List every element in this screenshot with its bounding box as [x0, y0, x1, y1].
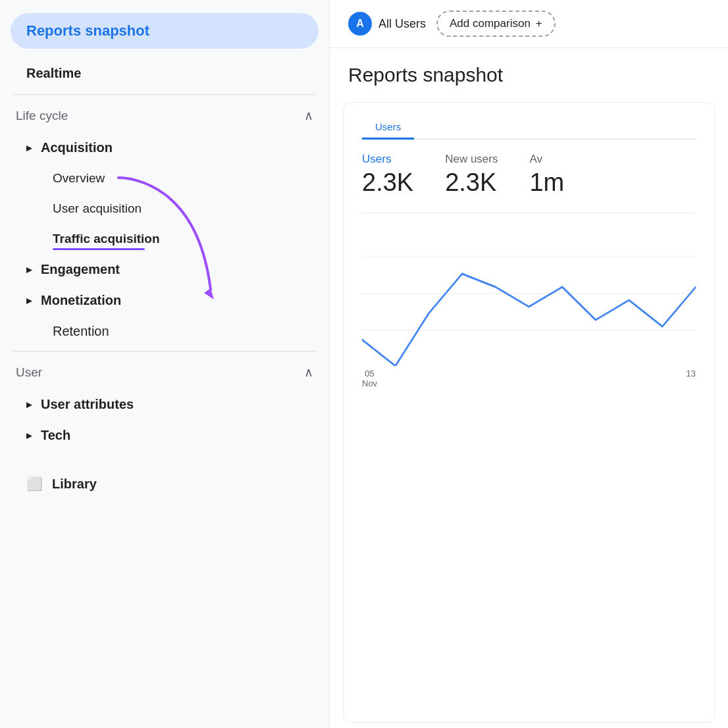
expand-arrow-icon: ▸ — [26, 142, 32, 154]
sidebar-item-engagement[interactable]: ▸ Engagement — [0, 254, 329, 285]
chart-divider — [362, 213, 696, 213]
sidebar-item-library[interactable]: ⬜ Library — [0, 467, 329, 501]
sidebar-subitem-traffic-acquisition[interactable]: Traffic acquisition — [0, 224, 329, 254]
sidebar-subitem-overview[interactable]: Overview — [0, 163, 329, 194]
all-users-label: All Users — [378, 17, 426, 31]
sidebar-item-monetization[interactable]: ▸ Monetization — [0, 285, 329, 316]
metric-new-users: New users 2.3K — [445, 153, 498, 197]
chart-area — [362, 221, 696, 366]
sidebar-item-realtime[interactable]: Realtime — [0, 57, 329, 90]
all-users-badge: A All Users — [348, 12, 426, 36]
x-label-nov05: 05 Nov — [362, 369, 377, 388]
sidebar-section-user[interactable]: User ∧ — [0, 355, 329, 389]
divider-1 — [13, 94, 316, 95]
metric-new-users-value: 2.3K — [445, 169, 498, 197]
chevron-up-icon: ∧ — [304, 108, 313, 123]
metric-new-users-label: New users — [445, 153, 498, 166]
chart-metrics: Users 2.3K New users 2.3K Av 1m — [362, 153, 696, 197]
expand-arrow-icon-tech: ▸ — [26, 429, 32, 442]
main-content: A All Users Add comparison + Reports sna… — [329, 0, 728, 728]
chart-x-labels: 05 Nov 13 — [362, 366, 696, 391]
avatar: A — [348, 12, 372, 36]
chart-tab-bar: Users — [362, 116, 696, 140]
sidebar-subitem-user-acquisition[interactable]: User acquisition — [0, 194, 329, 224]
metric-avg-value: 1m — [529, 169, 564, 197]
sidebar-item-acquisition[interactable]: ▸ Acquisition — [0, 132, 329, 163]
metric-users: Users 2.3K — [362, 153, 413, 197]
x-label-nov13: 13 — [687, 369, 696, 388]
tab-users[interactable]: Users — [362, 116, 414, 140]
add-comparison-button[interactable]: Add comparison + — [436, 11, 556, 37]
chart-card: Users Users 2.3K New users 2.3K Av 1m — [343, 102, 715, 723]
sidebar: Reports snapshot Realtime Life cycle ∧ ▸… — [0, 0, 329, 728]
expand-arrow-icon-monetization: ▸ — [26, 294, 32, 307]
plus-icon: + — [536, 17, 542, 30]
main-header: A All Users Add comparison + — [330, 0, 728, 48]
sidebar-item-retention[interactable]: Retention — [0, 316, 329, 347]
expand-arrow-icon-engagement: ▸ — [26, 263, 32, 276]
line-chart-svg — [362, 221, 696, 366]
metric-users-label: Users — [362, 153, 413, 166]
metric-avg-label: Av — [529, 153, 564, 166]
metric-users-value: 2.3K — [362, 169, 413, 197]
divider-2 — [13, 351, 316, 351]
sidebar-item-tech[interactable]: ▸ Tech — [0, 420, 329, 451]
sidebar-item-reports-snapshot[interactable]: Reports snapshot — [11, 13, 319, 49]
library-icon: ⬜ — [26, 476, 43, 492]
page-title: Reports snapshot — [330, 48, 728, 97]
expand-arrow-icon-user-attr: ▸ — [26, 398, 32, 411]
chevron-up-icon-user: ∧ — [304, 365, 313, 380]
sidebar-item-user-attributes[interactable]: ▸ User attributes — [0, 389, 329, 420]
metric-avg: Av 1m — [529, 153, 564, 197]
sidebar-section-lifecycle[interactable]: Life cycle ∧ — [0, 99, 329, 132]
